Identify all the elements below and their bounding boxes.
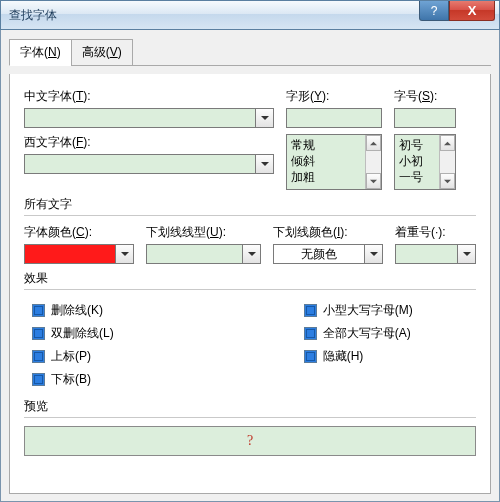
chinese-font-dropdown[interactable] <box>256 108 274 128</box>
checkbox-double-strike[interactable]: 双删除线(L) <box>32 325 114 342</box>
scroll-up-button[interactable] <box>440 135 455 151</box>
tab-font[interactable]: 字体(N) <box>9 39 72 66</box>
preview-box: ? <box>24 426 476 456</box>
checkbox-strike[interactable]: 删除线(K) <box>32 302 114 319</box>
effects-grid: 删除线(K) 双删除线(L) 上标(P) 下标(B) 小型大写字母(M) 全部大… <box>24 298 476 392</box>
checkbox-small-caps[interactable]: 小型大写字母(M) <box>304 302 413 319</box>
input-style[interactable] <box>286 108 382 128</box>
checkbox-hidden[interactable]: 隐藏(H) <box>304 348 413 365</box>
size-option[interactable]: 初号 <box>399 137 435 153</box>
chinese-font-field[interactable] <box>24 108 256 128</box>
chevron-down-icon <box>370 250 378 258</box>
label-style: 字形(Y): <box>286 88 382 105</box>
size-list-items[interactable]: 初号 小初 一号 <box>395 135 439 189</box>
tab-advanced[interactable]: 高级(V) <box>71 39 133 66</box>
emphasis-field[interactable] <box>395 244 458 264</box>
style-option[interactable]: 倾斜 <box>291 153 361 169</box>
section-all-text: 所有文字 <box>24 196 476 213</box>
tab-bar: 字体(N) 高级(V) <box>9 38 491 66</box>
size-scrollbar[interactable] <box>439 135 455 189</box>
combo-western-font[interactable] <box>24 154 274 174</box>
combo-emphasis[interactable] <box>395 244 476 264</box>
section-effects: 效果 <box>24 270 476 287</box>
size-field[interactable] <box>394 108 456 128</box>
checkbox-subscript[interactable]: 下标(B) <box>32 371 114 388</box>
style-field[interactable] <box>286 108 382 128</box>
help-button[interactable]: ? <box>419 1 449 21</box>
checkbox-icon <box>304 350 317 363</box>
close-button[interactable]: X <box>449 1 495 21</box>
style-option[interactable]: 常规 <box>291 137 361 153</box>
combo-chinese-font[interactable] <box>24 108 274 128</box>
label-emphasis: 着重号(·): <box>395 224 476 241</box>
size-option[interactable]: 小初 <box>399 153 435 169</box>
underline-color-field[interactable]: 无颜色 <box>273 244 365 264</box>
combo-underline-style[interactable] <box>146 244 261 264</box>
chevron-down-icon <box>463 250 471 258</box>
western-font-dropdown[interactable] <box>256 154 274 174</box>
chevron-down-icon <box>248 250 256 258</box>
checkbox-icon <box>32 327 45 340</box>
underline-style-field[interactable] <box>146 244 243 264</box>
chevron-down-icon <box>261 160 269 168</box>
font-panel: 中文字体(T): 字形(Y): 字号(S): <box>9 74 491 494</box>
preview-text: ? <box>247 433 253 449</box>
label-font-color: 字体颜色(C): <box>24 224 134 241</box>
combo-font-color[interactable] <box>24 244 134 264</box>
chevron-down-icon <box>261 114 269 122</box>
listbox-size[interactable]: 初号 小初 一号 <box>394 134 456 190</box>
label-underline-style: 下划线线型(U): <box>146 224 261 241</box>
style-list-items[interactable]: 常规 倾斜 加粗 <box>287 135 365 189</box>
size-option[interactable]: 一号 <box>399 169 435 185</box>
scroll-up-button[interactable] <box>366 135 381 151</box>
font-color-swatch[interactable] <box>24 244 116 264</box>
label-chinese-font: 中文字体(T): <box>24 88 274 105</box>
title-bar: 查找字体 ? X <box>0 0 500 30</box>
label-underline-color: 下划线颜色(I): <box>273 224 383 241</box>
label-size: 字号(S): <box>394 88 456 105</box>
input-size[interactable] <box>394 108 456 128</box>
chevron-down-icon <box>121 250 129 258</box>
dialog-body: 字体(N) 高级(V) 中文字体(T): 字形(Y): <box>0 30 500 502</box>
checkbox-icon <box>32 304 45 317</box>
emphasis-dropdown[interactable] <box>458 244 476 264</box>
window-title: 查找字体 <box>9 7 57 24</box>
checkbox-icon <box>32 350 45 363</box>
western-font-field[interactable] <box>24 154 256 174</box>
checkbox-all-caps[interactable]: 全部大写字母(A) <box>304 325 413 342</box>
label-western-font: 西文字体(F): <box>24 134 274 151</box>
section-preview: 预览 <box>24 398 476 415</box>
checkbox-icon <box>304 327 317 340</box>
checkbox-icon <box>304 304 317 317</box>
style-option[interactable]: 加粗 <box>291 169 361 185</box>
scroll-down-button[interactable] <box>366 173 381 189</box>
style-scrollbar[interactable] <box>365 135 381 189</box>
checkbox-superscript[interactable]: 上标(P) <box>32 348 114 365</box>
listbox-style[interactable]: 常规 倾斜 加粗 <box>286 134 382 190</box>
checkbox-icon <box>32 373 45 386</box>
combo-underline-color[interactable]: 无颜色 <box>273 244 383 264</box>
underline-style-dropdown[interactable] <box>243 244 261 264</box>
window-buttons: ? X <box>419 1 495 21</box>
font-color-dropdown[interactable] <box>116 244 134 264</box>
scroll-down-button[interactable] <box>440 173 455 189</box>
underline-color-dropdown[interactable] <box>365 244 383 264</box>
